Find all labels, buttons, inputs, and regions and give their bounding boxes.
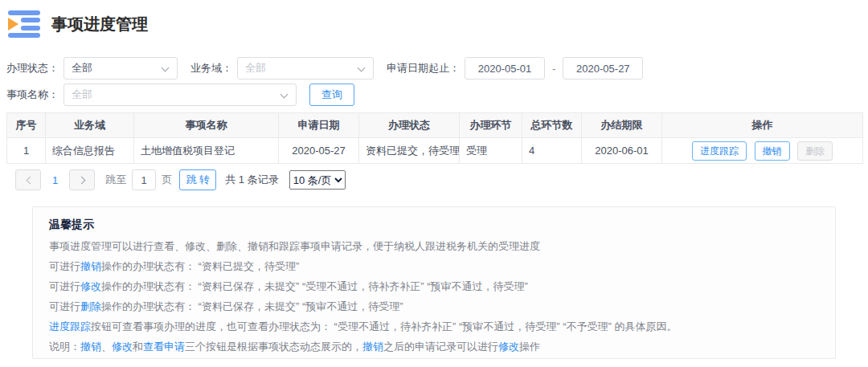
- cell-actions: 进度跟踪 撤销 删除: [662, 138, 863, 164]
- jump-button[interactable]: 跳转: [179, 169, 216, 190]
- tip-text: 操作的办理状态有： “资料已保存，未提交” “预审不通过，待受理”: [101, 300, 403, 312]
- jump-to-label: 跳至: [105, 173, 126, 187]
- tip-text: 事项进度管理可以进行查看、修改、删除、撤销和跟踪事项申请记录，便于纳税人跟进税务…: [49, 240, 540, 252]
- chevron-down-icon: [280, 91, 289, 99]
- col-header-step: 办理环节: [460, 113, 522, 138]
- cell-domain: 综合信息报告: [46, 138, 134, 164]
- page-unit-label: 页: [162, 173, 172, 187]
- page: 事项进度管理 办理状态： 全部 业务域： 全部 申请日期起止： - 事项名称： …: [0, 0, 868, 367]
- pagination-bar: 1 跳至 页 跳转 共 1 条记录 10 条/页: [15, 169, 346, 190]
- tip-line: 可进行修改操作的办理状态有： “资料已保存，未提交” “受理不通过，待补齐补正”…: [49, 276, 819, 296]
- date-range-label: 申请日期起止：: [387, 61, 460, 75]
- tip-link: 修改: [112, 340, 133, 353]
- tip-link: 进度跟踪: [49, 320, 91, 332]
- tip-text: 操作: [519, 340, 540, 353]
- status-filter-label: 办理状态：: [6, 61, 59, 75]
- page-size-select[interactable]: 10 条/页: [289, 170, 346, 190]
- total-records-label: 共 1 条记录: [225, 173, 278, 187]
- col-header-domain: 业务域: [46, 113, 134, 138]
- chevron-down-icon: [358, 64, 366, 72]
- tip-text: 可进行: [49, 260, 80, 272]
- tip-line: 进度跟踪按钮可查看事项办理的进度，也可查看办理状态为： “受理不通过，待补齐补正…: [49, 316, 819, 336]
- tip-text: 之后的申请记录可以进行: [383, 340, 498, 353]
- col-header-actions: 操作: [662, 113, 863, 138]
- tip-link: 删除: [80, 300, 101, 312]
- tip-link: 撤销: [80, 260, 101, 272]
- current-page[interactable]: 1: [52, 174, 58, 186]
- filter-row-2: 事项名称： 全部 查询: [6, 84, 354, 106]
- item-name-select-value: 全部: [72, 88, 92, 100]
- date-from-input[interactable]: [465, 57, 545, 80]
- domain-select-value: 全部: [245, 62, 266, 74]
- item-name-filter-label: 事项名称：: [6, 88, 59, 102]
- date-separator: -: [552, 63, 555, 75]
- tip-link: 查看申请: [143, 340, 185, 353]
- domain-filter-label: 业务域：: [190, 61, 232, 75]
- page-header: 事项进度管理: [8, 10, 148, 38]
- cell-apply-date: 2020-05-27: [279, 138, 359, 164]
- tips-title: 温馨提示: [49, 218, 819, 232]
- tip-link: 修改: [80, 280, 101, 292]
- tip-text: 和: [133, 340, 143, 353]
- cell-status: 资料已提交，待受理: [359, 138, 460, 164]
- tip-text: 可进行: [49, 280, 80, 292]
- tip-link: 撤销: [362, 340, 383, 353]
- progress-table: 序号 业务域 事项名称 申请日期 办理状态 办理环节 总环节数 办结期限 操作 …: [6, 112, 863, 164]
- col-header-item: 事项名称: [134, 113, 279, 138]
- delete-button[interactable]: 删除: [797, 141, 833, 161]
- page-number-input[interactable]: [132, 169, 156, 190]
- col-header-apply-date: 申请日期: [279, 113, 359, 138]
- cell-total-steps: 4: [522, 138, 582, 164]
- progress-list-icon: [8, 10, 40, 38]
- tip-text: 可进行: [49, 300, 80, 312]
- status-select[interactable]: 全部: [63, 57, 178, 80]
- tip-text: 说明：: [49, 340, 80, 353]
- filter-row-1: 办理状态： 全部 业务域： 全部 申请日期起止： -: [6, 57, 643, 80]
- col-header-deadline: 办结期限: [582, 113, 662, 138]
- next-page-button[interactable]: [69, 169, 95, 190]
- tip-line: 可进行删除操作的办理状态有： “资料已保存，未提交” “预审不通过，待受理”: [49, 296, 819, 316]
- chevron-left-icon: [27, 177, 35, 185]
- domain-select[interactable]: 全部: [237, 57, 374, 80]
- status-select-value: 全部: [72, 62, 92, 74]
- query-button[interactable]: 查询: [309, 84, 354, 106]
- cell-step: 受理: [460, 138, 522, 164]
- track-progress-button[interactable]: 进度跟踪: [692, 141, 747, 161]
- tip-text: 操作的办理状态有： “资料已提交，待受理”: [101, 260, 299, 272]
- table-header-row: 序号 业务域 事项名称 申请日期 办理状态 办理环节 总环节数 办结期限 操作: [7, 113, 863, 138]
- tip-line: 说明：撤销、修改和查看申请三个按钮是根据事项状态动态展示的，撤销之后的申请记录可…: [49, 336, 819, 357]
- tip-line: 事项进度管理可以进行查看、修改、删除、撤销和跟踪事项申请记录，便于纳税人跟进税务…: [49, 236, 819, 256]
- item-name-select[interactable]: 全部: [63, 84, 297, 106]
- tip-line: 可进行撤销操作的办理状态有： “资料已提交，待受理”: [49, 256, 819, 276]
- prev-page-button[interactable]: [15, 169, 41, 190]
- col-header-total-steps: 总环节数: [522, 113, 582, 138]
- chevron-down-icon: [162, 64, 170, 72]
- tip-link: 修改: [498, 340, 519, 353]
- tip-text: 三个按钮是根据事项状态动态展示的，: [185, 340, 362, 353]
- col-header-seq: 序号: [7, 113, 46, 138]
- cell-item: 土地增值税项目登记: [134, 138, 279, 164]
- cell-deadline: 2020-06-01: [582, 138, 662, 164]
- date-to-input[interactable]: [563, 57, 643, 80]
- table-row: 1 综合信息报告 土地增值税项目登记 2020-05-27 资料已提交，待受理 …: [7, 138, 863, 164]
- cell-seq: 1: [7, 138, 46, 164]
- tips-lines: 事项进度管理可以进行查看、修改、删除、撤销和跟踪事项申请记录，便于纳税人跟进税务…: [49, 236, 819, 357]
- tip-text: 操作的办理状态有： “资料已保存，未提交” “受理不通过，待补齐补正” “预审不…: [101, 280, 528, 292]
- chevron-right-icon: [78, 177, 86, 185]
- tip-link: 撤销: [80, 340, 101, 353]
- page-title: 事项进度管理: [51, 14, 148, 35]
- col-header-status: 办理状态: [359, 113, 460, 138]
- tip-text: 、: [101, 340, 112, 353]
- tips-panel: 温馨提示 事项进度管理可以进行查看、修改、删除、撤销和跟踪事项申请记录，便于纳税…: [32, 206, 836, 359]
- revoke-button[interactable]: 撤销: [755, 141, 790, 161]
- tip-text: 按钮可查看事项办理的进度，也可查看办理状态为： “受理不通过，待补齐补正” “预…: [91, 320, 677, 332]
